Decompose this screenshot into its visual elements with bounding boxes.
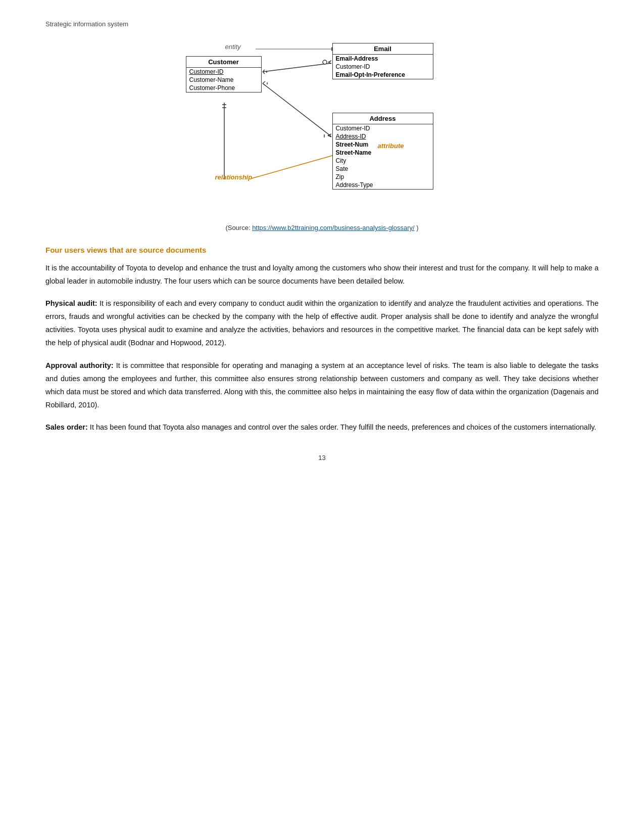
er-diagram: entity Customer Customer-ID Customer-Nam… [181,43,464,215]
address-box: Address Customer-ID Address-ID Street-Nu… [332,113,433,190]
svg-line-2 [263,63,331,72]
svg-line-10 [263,81,265,83]
paragraph-physical-audit: Physical audit: It is responsibility of … [45,297,599,349]
email-box: Email Email-Address Customer-ID Email-Op… [332,43,433,79]
address-box-header: Address [333,113,433,124]
approval-authority-label: Approval authority: [45,361,114,369]
svg-line-3 [263,70,265,72]
diagram-wrapper: entity Customer Customer-ID Customer-Nam… [45,43,599,215]
address-type-row: Address-Type [333,181,433,189]
physical-audit-text: It is responsibility of each and every c… [45,299,599,347]
address-customer-id-row: Customer-ID [333,124,433,132]
page-number: 13 [45,454,599,461]
source-url[interactable]: https://www.b2ttraining.com/business-ana… [252,224,415,231]
svg-point-8 [323,60,327,64]
svg-line-4 [263,72,265,74]
sales-order-text: It has been found that Toyota also manag… [88,423,597,431]
svg-line-19 [252,154,337,178]
approval-authority-text: It is committee that responsible for ope… [45,361,599,409]
intro-paragraph: It is the accountability of Toyota to de… [45,261,599,288]
email-box-header: Email [333,43,433,55]
entity-label: entity [225,43,241,51]
svg-line-6 [328,61,331,62]
svg-line-11 [263,83,265,85]
page-header: Strategic information system [45,20,599,28]
relationship-label: relationship [215,173,253,181]
street-name-row: Street-Name [333,149,433,157]
svg-line-7 [328,62,331,64]
paragraph-sales-order: Sales order: It has been found that Toyo… [45,421,599,434]
customer-box: Customer Customer-ID Customer-Name Custo… [186,56,262,92]
email-customer-id-row: Customer-ID [333,63,433,71]
source-suffix: ) [415,224,419,231]
email-address-row: Email-Address [333,55,433,63]
source-line: (Source: https://www.b2ttraining.com/bus… [45,224,599,231]
source-prefix: (Source: [225,224,252,231]
address-id-row: Address-ID [333,132,433,141]
customer-id-row: Customer-ID [186,68,261,76]
attribute-label: attribute [378,142,404,150]
zip-row: Zip [333,173,433,181]
paragraph-approval-authority: Approval authority: It is committee that… [45,359,599,411]
city-row: City [333,157,433,165]
physical-audit-label: Physical audit: [45,299,97,307]
svg-line-9 [263,83,331,136]
svg-line-13 [328,134,331,135]
svg-line-14 [328,135,331,137]
email-opt-row: Email-Opt-In-Preference [333,71,433,79]
customer-box-header: Customer [186,57,261,68]
sate-row: Sate [333,165,433,173]
section-heading: Four users views that are source documen… [45,246,599,254]
customer-phone-row: Customer-Phone [186,84,261,92]
customer-name-row: Customer-Name [186,76,261,84]
sales-order-label: Sales order: [45,423,88,431]
